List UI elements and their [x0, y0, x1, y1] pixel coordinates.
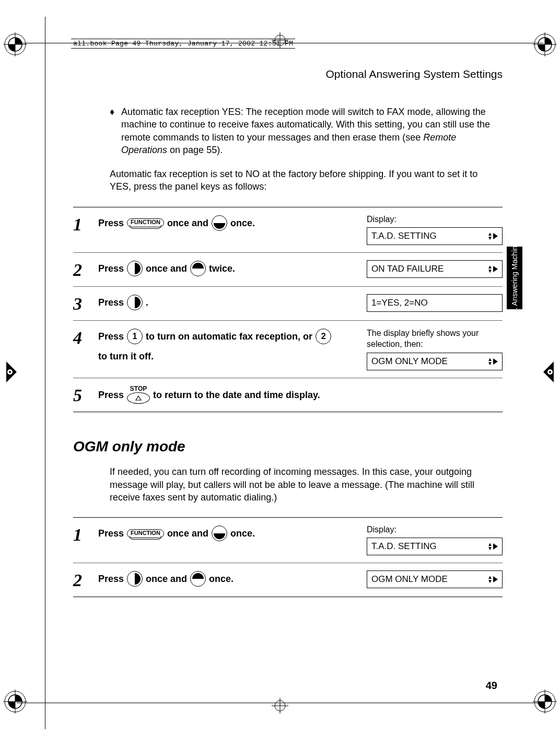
step-number: 1: [73, 215, 91, 234]
steps-list-1: 1Press FUNCTION once and once.Display:T.…: [73, 207, 503, 413]
digit-2-key-icon: 2: [316, 329, 331, 344]
step-display-column: ON TAD FAILURE▲▼: [367, 260, 503, 278]
stop-key-icon: STOP: [127, 386, 150, 404]
step-display-column: 1=YES, 2=NO: [367, 294, 503, 312]
registration-target-icon: [533, 32, 557, 56]
step-row: 2Press once and twice.ON TAD FAILURE▲▼: [73, 253, 503, 287]
display-label: Display:: [367, 215, 503, 224]
step-row: 2Press once and once.OGM ONLY MODE▲▼: [73, 563, 503, 597]
step-row: 1Press FUNCTION once and once.Display:T.…: [73, 207, 503, 253]
chapter-tab-label: 3. Answering Machine: [510, 242, 518, 314]
lcd-readout: ON TAD FAILURE▲▼: [367, 260, 503, 278]
step-instruction: Press once and once.: [98, 570, 359, 587]
svg-point-24: [9, 371, 11, 373]
svg-point-27: [549, 371, 551, 373]
down-arrow-key-icon: [212, 526, 227, 541]
side-marker-icon: [5, 360, 18, 386]
step-number: 2: [73, 570, 91, 589]
step-display-column: Display:T.A.D. SETTING▲▼: [367, 215, 503, 245]
right-arrow-key-icon: [127, 571, 143, 587]
lcd-readout: 1=YES, 2=NO: [367, 294, 503, 312]
step-number: 3: [73, 294, 91, 313]
step-number: 4: [73, 328, 91, 347]
lcd-readout: T.A.D. SETTING▲▼: [367, 227, 503, 245]
step-row: 5Press STOP to return to the date and ti…: [73, 378, 503, 412]
running-header: all.book Page 49 Thursday, January 17, 2…: [71, 39, 295, 49]
step-instruction: Press STOP to return to the date and tim…: [98, 386, 503, 404]
step-display-column: OGM ONLY MODE▲▼: [367, 570, 503, 588]
crosshair-icon: [270, 698, 290, 714]
digit-1-key-icon: 1: [127, 329, 143, 344]
step-instruction: Press FUNCTION once and once.: [98, 215, 359, 231]
up-arrow-key-icon: [190, 261, 206, 276]
bullet-marker: ♦: [110, 106, 121, 156]
step-instruction: Press 1 to turn on automatic fax recepti…: [98, 328, 359, 365]
lcd-arrows-icon: ▲▼: [487, 575, 498, 584]
page-number: 49: [486, 680, 497, 692]
function-key-icon: FUNCTION: [127, 529, 164, 538]
page-title: Optional Answering System Settings: [73, 68, 503, 80]
step-row: 3Press .1=YES, 2=NO: [73, 287, 503, 321]
step-instruction: Press .: [98, 294, 359, 311]
step-number: 2: [73, 260, 91, 279]
step-display-column: Display:T.A.D. SETTING▲▼: [367, 525, 503, 555]
page-content: Optional Answering System Settings ♦ Aut…: [73, 68, 503, 694]
crop-line-left: [45, 17, 45, 729]
section-paragraph: If needed, you can turn off recording of…: [110, 465, 497, 504]
chapter-tab: 3. Answering Machine: [507, 247, 522, 309]
up-arrow-key-icon: [190, 571, 206, 587]
down-arrow-key-icon: [212, 215, 227, 231]
side-marker-icon: [542, 360, 555, 386]
right-arrow-key-icon: [127, 295, 143, 310]
lcd-readout: OGM ONLY MODE▲▼: [367, 353, 503, 370]
step-row: 4Press 1 to turn on automatic fax recept…: [73, 321, 503, 379]
svg-marker-28: [136, 396, 141, 400]
intro-paragraph: Automatic fax reception is set to NO at …: [110, 168, 497, 193]
lcd-arrows-icon: ▲▼: [487, 232, 498, 240]
bullet-item: ♦ Automatic fax reception YES: The recep…: [110, 106, 497, 156]
lcd-arrows-icon: ▲▼: [487, 265, 498, 273]
bullet-text: Automatic fax reception YES: The recepti…: [121, 106, 497, 156]
lcd-arrows-icon: ▲▼: [487, 357, 498, 366]
step-instruction: Press once and twice.: [98, 260, 359, 277]
lcd-readout: T.A.D. SETTING▲▼: [367, 538, 503, 555]
lcd-arrows-icon: ▲▼: [487, 542, 498, 551]
step-instruction: Press FUNCTION once and once.: [98, 525, 359, 542]
step-number: 5: [73, 386, 91, 404]
step-display-column: The display briefly shows your selection…: [367, 328, 503, 371]
steps-list-2: 1Press FUNCTION once and once.Display:T.…: [73, 517, 503, 597]
registration-target-icon: [3, 690, 27, 714]
display-label: Display:: [367, 525, 503, 534]
registration-target-icon: [533, 690, 557, 714]
right-arrow-key-icon: [127, 261, 143, 276]
section-heading: OGM only mode: [73, 438, 503, 455]
step-number: 1: [73, 525, 91, 544]
display-note: The display briefly shows your selection…: [367, 328, 503, 350]
bullet-text-b: on page 55).: [167, 145, 223, 155]
registration-target-icon: [3, 32, 27, 56]
lcd-readout: OGM ONLY MODE▲▼: [367, 570, 503, 588]
step-row: 1Press FUNCTION once and once.Display:T.…: [73, 518, 503, 563]
function-key-icon: FUNCTION: [127, 218, 164, 227]
